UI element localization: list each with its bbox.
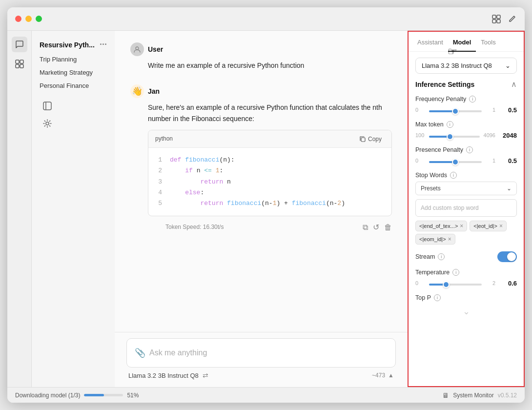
apps-icon[interactable] bbox=[12, 56, 27, 72]
presence-penalty-slider[interactable] bbox=[429, 161, 482, 163]
stop-words-section: Stop Words i Presets ⌄ Add custom stop w… bbox=[415, 172, 517, 245]
chat-icon[interactable] bbox=[12, 37, 27, 52]
top-p-label: Top P i bbox=[415, 294, 517, 301]
chat-input-box[interactable]: 📎 Ask me anything bbox=[126, 338, 396, 368]
max-token-info-icon[interactable]: i bbox=[447, 121, 453, 128]
top-p-expand-icon[interactable]: ⌄ bbox=[463, 306, 470, 317]
custom-stop-word-input[interactable]: Add custom stop word bbox=[415, 199, 517, 217]
panel-tabs: Assistant Model Tools bbox=[409, 32, 524, 52]
user-avatar bbox=[130, 42, 144, 56]
copy-button[interactable]: Copy bbox=[356, 135, 385, 144]
model-dropdown[interactable]: Llama 3.2 3B Instruct Q8 ⌄ bbox=[415, 58, 517, 74]
frequency-penalty-slider[interactable] bbox=[429, 110, 482, 112]
sidebar-bottom bbox=[36, 92, 111, 137]
frequency-penalty-info-icon[interactable]: i bbox=[469, 96, 476, 102]
code-line-5: 5 return fibonacci(n-1) + fibonacci(n-2) bbox=[156, 198, 384, 209]
temperature-slider-wrapper bbox=[429, 279, 482, 287]
code-line-4: 4 else: bbox=[156, 187, 384, 198]
presence-penalty-info-icon[interactable]: i bbox=[466, 146, 473, 153]
right-panel: ☞ Assistant Model Tools Llama 3.2 3B Ins… bbox=[408, 31, 525, 387]
stream-toggle[interactable] bbox=[497, 251, 517, 262]
presence-penalty-group: Presence Penalty i 0 1 0.5 bbox=[415, 146, 517, 165]
chat-messages: User Write me an example of a recursive … bbox=[115, 31, 408, 332]
progress-bar-fill bbox=[84, 394, 104, 396]
svg-point-11 bbox=[136, 47, 139, 50]
temperature-info-icon[interactable]: i bbox=[452, 269, 459, 276]
svg-rect-7 bbox=[20, 64, 23, 68]
delete-action-icon[interactable]: 🗑 bbox=[384, 221, 392, 234]
tab-model[interactable]: Model bbox=[448, 32, 476, 52]
code-line-3: 3 return n bbox=[156, 177, 384, 187]
settings-icon[interactable] bbox=[40, 116, 55, 131]
model-selector[interactable]: Llama 3.2 3B Instruct Q8 ⇄ bbox=[128, 371, 208, 379]
chat-menu-icon[interactable]: ··· bbox=[100, 40, 107, 50]
temperature-value: 0.6 bbox=[499, 280, 517, 287]
sidebar-nav: Resursive Pyth... ··· Trip Planning Mark… bbox=[32, 31, 115, 387]
message-assistant: 👋 Jan Sure, here's an example of a recur… bbox=[130, 84, 392, 233]
tab-assistant[interactable]: Assistant bbox=[412, 32, 448, 52]
traffic-lights bbox=[15, 16, 42, 22]
stream-info-icon[interactable]: i bbox=[438, 253, 445, 260]
main-layout: Resursive Pyth... ··· Trip Planning Mark… bbox=[7, 31, 525, 387]
monitor-icon: 🖥 bbox=[442, 391, 449, 399]
current-chat-title: Resursive Pyth... ··· bbox=[36, 37, 111, 53]
temperature-slider-row: 0 2 0.6 bbox=[415, 279, 517, 287]
presets-dropdown[interactable]: Presets ⌄ bbox=[415, 182, 517, 195]
sidebar-icons bbox=[7, 31, 32, 387]
minimize-button[interactable] bbox=[25, 16, 32, 22]
close-button[interactable] bbox=[15, 16, 21, 22]
svg-rect-5 bbox=[20, 60, 23, 63]
chevron-up-icon[interactable]: ▲ bbox=[388, 372, 394, 379]
code-content: 1 def fibonacci(n): 2 if n <= 1: 3 bbox=[148, 148, 391, 215]
sidebar-item-personal-finance[interactable]: Personal Finance bbox=[36, 79, 111, 92]
stop-tag-0-remove[interactable]: × bbox=[460, 223, 463, 229]
paperclip-icon[interactable]: 📎 bbox=[135, 348, 145, 358]
temperature-min: 0 bbox=[415, 280, 425, 286]
frequency-penalty-min: 0 bbox=[415, 107, 425, 113]
stream-row: Stream i bbox=[415, 251, 517, 262]
max-token-group: Max token i 100 4096 2048 bbox=[415, 121, 517, 140]
titlebar bbox=[7, 7, 525, 31]
sidebar-toggle-icon[interactable] bbox=[40, 98, 55, 114]
pencil-icon[interactable] bbox=[507, 14, 517, 24]
sidebar-item-trip-planning[interactable]: Trip Planning bbox=[36, 53, 111, 66]
stop-tag-2-remove[interactable]: × bbox=[448, 236, 451, 243]
presence-penalty-min: 0 bbox=[415, 158, 425, 164]
inference-settings-header: Inference Settings ∧ bbox=[415, 80, 517, 89]
presence-penalty-max: 1 bbox=[486, 158, 495, 164]
refresh-action-icon[interactable]: ↺ bbox=[373, 221, 379, 234]
stop-tag-1-remove[interactable]: × bbox=[499, 223, 503, 229]
temperature-slider[interactable] bbox=[429, 284, 482, 286]
inference-settings-title: Inference Settings bbox=[415, 81, 474, 88]
temperature-label: Temperature i bbox=[415, 269, 517, 276]
code-lang: python bbox=[155, 134, 173, 144]
code-block: python Copy bbox=[148, 130, 392, 216]
assistant-message-body: Sure, here's an example of a recursive P… bbox=[148, 102, 392, 233]
maximize-button[interactable] bbox=[36, 16, 42, 22]
grid-icon[interactable] bbox=[491, 14, 501, 24]
panel-content: Llama 3.2 3B Instruct Q8 ⌄ Inference Set… bbox=[409, 52, 524, 331]
token-actions: ⧉ ↺ 🗑 bbox=[363, 221, 392, 234]
svg-rect-4 bbox=[16, 60, 19, 63]
code-line-1: 1 def fibonacci(n): bbox=[156, 155, 384, 165]
stop-words-info-icon[interactable]: i bbox=[450, 172, 457, 179]
frequency-penalty-value: 0.5 bbox=[499, 106, 517, 114]
top-p-info-icon[interactable]: i bbox=[434, 294, 441, 301]
copy-action-icon[interactable]: ⧉ bbox=[363, 221, 368, 234]
sidebar: Resursive Pyth... ··· Trip Planning Mark… bbox=[7, 31, 115, 387]
main-window: Resursive Pyth... ··· Trip Planning Mark… bbox=[7, 7, 525, 403]
code-header: python Copy bbox=[148, 130, 391, 148]
model-tune-icon[interactable]: ⇄ bbox=[203, 371, 208, 379]
tab-tools[interactable]: Tools bbox=[476, 32, 500, 52]
sidebar-item-marketing-strategy[interactable]: Marketing Strategy bbox=[36, 66, 111, 79]
max-token-label: Max token i bbox=[415, 121, 517, 128]
presence-penalty-value: 0.5 bbox=[499, 157, 517, 164]
max-token-slider[interactable] bbox=[429, 136, 480, 138]
top-p-group: Top P i ⌄ bbox=[415, 294, 517, 319]
collapse-icon[interactable]: ∧ bbox=[511, 80, 517, 89]
user-message-body: Write me an example of a recursive Pytho… bbox=[148, 60, 392, 71]
svg-rect-0 bbox=[492, 15, 496, 19]
message-header-assistant: 👋 Jan bbox=[130, 84, 392, 98]
presence-penalty-label: Presence Penalty i bbox=[415, 146, 517, 153]
max-token-slider-wrapper bbox=[429, 131, 480, 140]
